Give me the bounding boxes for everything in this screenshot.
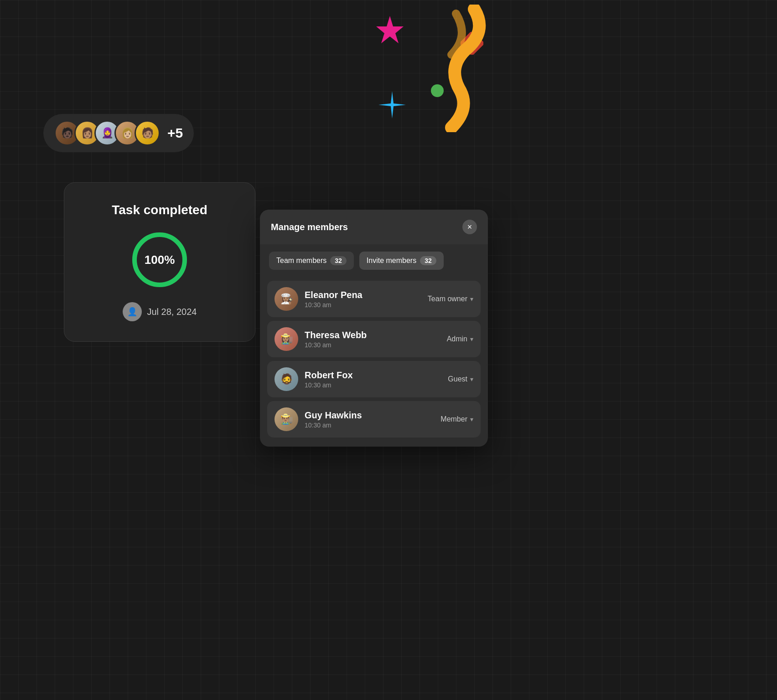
avatars-pill[interactable]: 🧑🏿 👩🏽 🧕 👩🏼 🧑🏽 +5 <box>43 114 194 152</box>
tab-team-members-label: Team members <box>276 257 326 265</box>
member-role-eleanor[interactable]: Team owner ▾ <box>428 295 473 303</box>
tab-invite-members-label: Invite members <box>367 257 416 265</box>
tab-invite-members[interactable]: Invite members 32 <box>359 252 444 270</box>
member-name-theresa: Theresa Webb <box>305 330 440 340</box>
progress-percent: 100% <box>145 253 175 267</box>
member-time-theresa: 10:30 am <box>305 341 440 349</box>
chevron-down-icon: ▾ <box>470 295 473 303</box>
member-name-robert: Robert Fox <box>305 370 441 381</box>
panel-header: Manage members × <box>260 210 488 244</box>
member-name-guy: Guy Hawkins <box>305 410 434 421</box>
panel-tabs: Team members 32 Invite members 32 <box>260 244 488 277</box>
member-list: 👩🏽‍🍳 Eleanor Pena 10:30 am Team owner ▾ … <box>260 277 488 447</box>
star-pink-decoration <box>374 14 406 46</box>
chevron-down-icon: ▾ <box>470 376 473 383</box>
task-completed-card: Task completed 100% 👤 Jul 28, 2024 <box>64 182 255 342</box>
tab-invite-members-count: 32 <box>420 256 436 265</box>
diamond-red-decoration <box>461 32 483 55</box>
progress-ring: 100% <box>130 230 189 289</box>
tab-team-members[interactable]: Team members 32 <box>269 252 354 270</box>
star-blue-decoration <box>378 91 406 118</box>
member-info-guy: Guy Hawkins 10:30 am <box>305 410 434 429</box>
avatar-5: 🧑🏽 <box>135 120 160 146</box>
manage-members-panel: Manage members × Team members 32 Invite … <box>260 210 488 447</box>
dot-green-decoration <box>431 84 444 97</box>
member-info-robert: Robert Fox 10:30 am <box>305 370 441 389</box>
task-avatar: 👤 <box>123 302 142 321</box>
tab-team-members-count: 32 <box>330 256 347 265</box>
close-button[interactable]: × <box>462 220 477 234</box>
member-row-guy[interactable]: 👨🏽‍🌾 Guy Hawkins 10:30 am Member ▾ <box>267 401 481 438</box>
member-info-eleanor: Eleanor Pena 10:30 am <box>305 290 421 309</box>
member-row-eleanor[interactable]: 👩🏽‍🍳 Eleanor Pena 10:30 am Team owner ▾ <box>267 281 481 317</box>
member-avatar-eleanor: 👩🏽‍🍳 <box>275 287 298 311</box>
member-role-guy[interactable]: Member ▾ <box>440 415 473 423</box>
panel-title: Manage members <box>271 222 348 232</box>
member-time-guy: 10:30 am <box>305 422 434 429</box>
svg-marker-0 <box>376 16 404 43</box>
chevron-down-icon: ▾ <box>470 335 473 343</box>
task-date: Jul 28, 2024 <box>147 307 197 317</box>
avatar-stack: 🧑🏿 👩🏽 🧕 👩🏼 🧑🏽 <box>54 120 160 146</box>
member-info-theresa: Theresa Webb 10:30 am <box>305 330 440 349</box>
member-time-eleanor: 10:30 am <box>305 301 421 309</box>
member-time-robert: 10:30 am <box>305 381 441 389</box>
svg-rect-1 <box>461 32 483 55</box>
member-avatar-guy: 👨🏽‍🌾 <box>275 407 298 431</box>
chevron-down-icon: ▾ <box>470 416 473 423</box>
member-row-theresa[interactable]: 👩🏽‍🌾 Theresa Webb 10:30 am Admin ▾ <box>267 321 481 357</box>
member-row-robert[interactable]: 🧔 Robert Fox 10:30 am Guest ▾ <box>267 361 481 397</box>
member-avatar-theresa: 👩🏽‍🌾 <box>275 327 298 351</box>
member-name-eleanor: Eleanor Pena <box>305 290 421 300</box>
ribbon-orange-decoration <box>392 5 492 132</box>
task-date-row: 👤 Jul 28, 2024 <box>123 302 197 321</box>
member-role-theresa[interactable]: Admin ▾ <box>447 335 473 343</box>
member-role-robert[interactable]: Guest ▾ <box>448 375 473 383</box>
task-title: Task completed <box>112 203 207 217</box>
avatar-extra-count: +5 <box>167 125 183 141</box>
member-avatar-robert: 🧔 <box>275 367 298 391</box>
